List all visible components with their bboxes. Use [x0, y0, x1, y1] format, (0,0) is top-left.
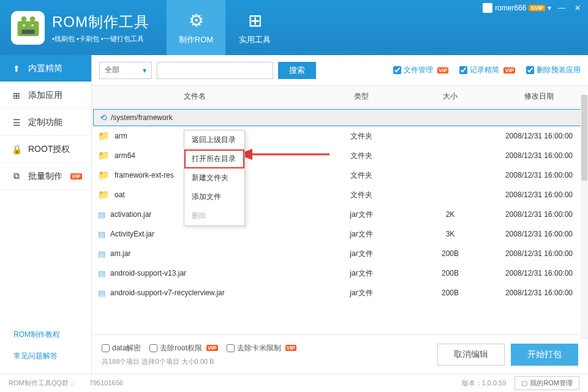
folder-icon: 📁 — [98, 130, 110, 141]
box-icon: ▢ — [521, 379, 527, 387]
toolbar-check-1[interactable]: 记录精简 VIP — [459, 65, 515, 75]
app-title: ROM制作工具 — [52, 12, 149, 32]
search-input[interactable] — [157, 62, 273, 79]
sidebar-item-0[interactable]: ⬆ 内置精简 — [0, 55, 91, 82]
status-bar: ROM制作工具QQ群： 795101656 版本：1.0.0.59 ▢ 我的RO… — [0, 374, 588, 392]
file-size: 2K — [410, 210, 490, 219]
checkbox[interactable] — [393, 66, 401, 74]
file-icon: ▤ — [98, 249, 105, 258]
file-name: arm64 — [115, 151, 135, 160]
ctx-item-3[interactable]: 添加文件 — [184, 187, 244, 206]
col-filename[interactable]: 文件名 — [92, 91, 312, 102]
scroll-thumb[interactable] — [581, 95, 587, 181]
start-pack-button[interactable]: 开始打包 — [511, 344, 578, 366]
sidebar-item-1[interactable]: ⊞ 添加应用 — [0, 82, 91, 109]
version-label: 版本：1.0.0.59 — [462, 379, 507, 388]
sidebar-item-label: 定制功能 — [28, 117, 62, 128]
grid-icon: ⊞ — [248, 10, 262, 31]
close-button[interactable]: ✕ — [572, 2, 583, 13]
file-date: 2008/12/31 16:00:00 — [490, 230, 588, 238]
file-row[interactable]: ▤ android-support-v13.jar jar文件 200B 200… — [92, 263, 588, 283]
nav-tab-0[interactable]: ⚙ 制作ROM — [167, 0, 225, 55]
rom-manage-button[interactable]: ▢ 我的ROM管理 — [514, 376, 579, 390]
sidebar-item-label: 批量制作 — [28, 171, 62, 182]
col-size[interactable]: 大小 — [410, 91, 490, 102]
cancel-button[interactable]: 取消编辑 — [437, 344, 505, 366]
file-size: 200B — [410, 269, 490, 277]
check-label: 文件管理 — [404, 65, 433, 75]
lock-icon: 🔒 — [11, 145, 22, 154]
sidebar-item-label: 添加应用 — [28, 90, 62, 101]
vip-badge: VIP — [437, 67, 449, 74]
scrollbar[interactable] — [581, 94, 588, 339]
file-icon: ▤ — [98, 210, 105, 219]
file-row[interactable]: 📁 oat 文件夹 2008/12/31 16:00:00 — [92, 185, 588, 205]
bottom-check-0[interactable]: data解密 — [102, 343, 141, 353]
batch-icon: ⧉ — [11, 171, 22, 181]
file-row[interactable]: 📁 arm64 文件夹 2008/12/31 16:00:00 — [92, 146, 588, 165]
current-path: /system/framework — [111, 113, 173, 122]
sidebar-item-3[interactable]: 🔒 ROOT授权 — [0, 136, 91, 163]
app-subtitle: •线刷包 •卡刷包 •一键打包工具 — [52, 34, 149, 43]
context-menu: 返回上级目录打开所在目录新建文件夹添加文件删除 — [184, 130, 245, 226]
file-type: 文件夹 — [312, 170, 410, 181]
file-list: 📁 arm 文件夹 2008/12/31 16:00:00 📁 arm64 文件… — [92, 126, 588, 334]
file-row[interactable]: 📁 arm 文件夹 2008/12/31 16:00:00 — [92, 126, 588, 146]
file-row[interactable]: 📁 framework-ext-res 文件夹 2008/12/31 16:00… — [92, 165, 588, 185]
toolbar: 全部 ▾ 搜索 文件管理 VIP 记录精简 VIP 删除预装应用 — [92, 55, 588, 86]
file-row[interactable]: ▤ ActivityExt.jar jar文件 3K 2008/12/31 16… — [92, 224, 588, 244]
vip-badge: VIP — [285, 345, 297, 351]
minimize-button[interactable]: — — [556, 2, 567, 13]
file-size: 200B — [410, 249, 490, 258]
ctx-item-0[interactable]: 返回上级目录 — [184, 130, 244, 149]
file-name: android-support-v7-recyclerview.jar — [110, 288, 225, 297]
chevron-down-icon: ▾ — [548, 4, 551, 12]
file-row[interactable]: ▤ activation.jar jar文件 2K 2008/12/31 16:… — [92, 205, 588, 224]
sidebar-item-label: ROOT授权 — [28, 144, 70, 155]
nav-tab-label: 实用工具 — [239, 34, 271, 45]
avatar-icon — [483, 3, 492, 13]
checkbox[interactable] — [149, 344, 157, 352]
checkbox[interactable] — [459, 66, 467, 74]
sidebar-item-2[interactable]: ☰ 定制功能 — [0, 109, 91, 136]
file-row[interactable]: ▤ android-support-v7-recyclerview.jar ja… — [92, 283, 588, 303]
bottom-check-1[interactable]: 去除root权限 VIP — [149, 343, 217, 353]
path-bar[interactable]: ⟲ /system/framework — [93, 109, 584, 126]
col-date[interactable]: 修改日期 — [490, 91, 588, 102]
filter-dropdown[interactable]: 全部 ▾ — [99, 62, 152, 79]
ctx-item-2[interactable]: 新建文件夹 — [184, 168, 244, 187]
checkbox[interactable] — [227, 344, 235, 352]
file-row[interactable]: ▤ am.jar jar文件 200B 2008/12/31 16:00:00 — [92, 244, 588, 263]
help-link-1[interactable]: 常见问题解答 — [13, 351, 91, 361]
checkbox[interactable] — [526, 66, 534, 74]
vip-badge: SVIP — [529, 5, 545, 11]
col-type[interactable]: 类型 — [312, 91, 410, 102]
bottom-check-2[interactable]: 去除卡米限制 VIP — [227, 343, 297, 353]
file-type: jar文件 — [312, 229, 410, 239]
folder-icon: 📁 — [98, 150, 110, 161]
svg-point-4 — [31, 24, 34, 27]
file-type: 文件夹 — [312, 151, 410, 161]
file-name: am.jar — [110, 249, 130, 258]
file-name: oat — [115, 190, 125, 199]
ctx-item-1[interactable]: 打开所在目录 — [184, 149, 244, 168]
nav-tab-1[interactable]: ⊞ 实用工具 — [225, 0, 284, 55]
file-date: 2008/12/31 16:00:00 — [490, 249, 588, 258]
file-date: 2008/12/31 16:00:00 — [490, 190, 588, 199]
search-button[interactable]: 搜索 — [278, 62, 316, 79]
check-label: 去除root权限 — [160, 343, 202, 353]
file-name: framework-ext-res — [115, 171, 174, 179]
qq-value[interactable]: 795101656 — [89, 379, 123, 386]
file-name: activation.jar — [110, 210, 151, 219]
sidebar-item-4[interactable]: ⧉ 批量制作 VIP — [0, 163, 91, 190]
file-size: 3K — [410, 230, 490, 238]
toolbar-check-0[interactable]: 文件管理 VIP — [393, 65, 449, 75]
file-date: 2008/12/31 16:00:00 — [490, 132, 588, 140]
file-name: android-support-v13.jar — [110, 269, 186, 277]
toolbar-check-2[interactable]: 删除预装应用 — [526, 65, 581, 75]
back-icon[interactable]: ⟲ — [100, 113, 107, 123]
user-account[interactable]: romer666 SVIP ▾ — [483, 3, 551, 13]
checkbox[interactable] — [102, 344, 110, 352]
help-link-0[interactable]: ROM制作教程 — [13, 330, 91, 340]
nav-tab-label: 制作ROM — [179, 34, 213, 45]
